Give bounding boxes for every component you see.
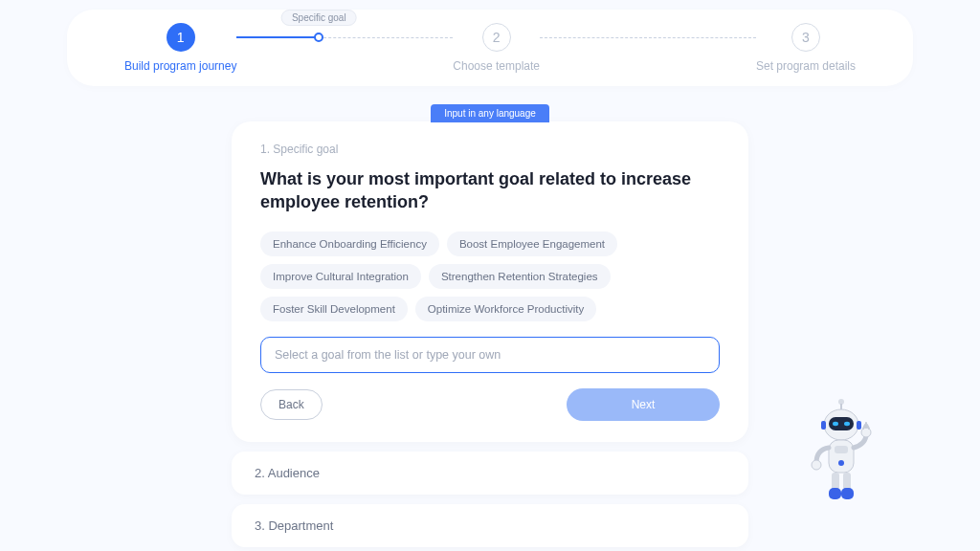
step-circle-3: 3 [791, 23, 820, 52]
card-title: What is your most important goal related… [260, 167, 720, 214]
chip-skill-development[interactable]: Foster Skill Development [260, 297, 408, 321]
progress-dot [314, 33, 323, 42]
goal-suggestions: Enhance Onboarding Efficiency Boost Empl… [260, 231, 720, 321]
step-2[interactable]: 2 Choose template [453, 23, 540, 73]
svg-point-5 [833, 422, 838, 426]
next-button[interactable]: Next [567, 388, 720, 421]
language-pill: Input in any language [431, 104, 549, 122]
audience-card[interactable]: 2. Audience [232, 452, 748, 495]
substep-pill: Specific goal [281, 10, 357, 26]
step-1[interactable]: 1 Build program journey [124, 23, 236, 73]
svg-rect-4 [829, 417, 854, 430]
chip-enhance-onboarding[interactable]: Enhance Onboarding Efficiency [260, 231, 439, 256]
connector-2-3 [540, 23, 756, 52]
department-card[interactable]: 3. Department [232, 504, 748, 547]
svg-rect-14 [832, 473, 839, 490]
step-circle-2: 2 [482, 23, 511, 52]
svg-point-11 [838, 460, 844, 466]
robot-mascot-icon [803, 396, 880, 511]
svg-point-6 [844, 422, 850, 426]
connector-1-2: Specific goal [236, 23, 453, 52]
step-circle-1: 1 [167, 23, 195, 52]
svg-point-12 [812, 460, 821, 470]
chip-workforce-productivity[interactable]: Optimize Workforce Productivity [415, 297, 596, 321]
step-3[interactable]: 3 Set program details [756, 23, 856, 73]
svg-rect-16 [829, 488, 841, 499]
chip-retention-strategies[interactable]: Strengthen Retention Strategies [429, 264, 611, 289]
goal-input[interactable] [260, 337, 720, 373]
svg-rect-7 [821, 421, 826, 430]
step-label-2: Choose template [453, 59, 540, 73]
chip-boost-engagement[interactable]: Boost Employee Engagement [447, 231, 617, 256]
step-label-3: Set program details [756, 59, 856, 73]
stepper: 1 Build program journey Specific goal 2 … [67, 10, 913, 86]
svg-rect-17 [841, 488, 854, 499]
specific-goal-card: 1. Specific goal What is your most impor… [232, 121, 748, 442]
back-button[interactable]: Back [260, 389, 323, 420]
svg-rect-15 [843, 473, 851, 490]
svg-rect-10 [835, 446, 848, 453]
card-step-label: 1. Specific goal [260, 143, 720, 156]
svg-rect-9 [829, 440, 854, 473]
svg-rect-8 [857, 421, 861, 430]
step-label-1: Build program journey [124, 59, 236, 73]
chip-cultural-integration[interactable]: Improve Cultural Integration [260, 264, 421, 289]
